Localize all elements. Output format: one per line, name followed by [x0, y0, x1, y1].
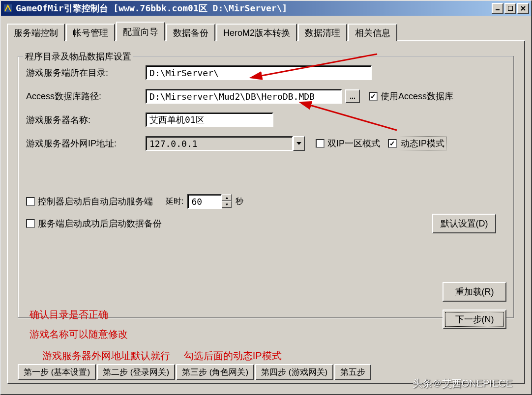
checkbox-use-access[interactable]: ✓ 使用Access数据库 [369, 90, 453, 102]
tab-config-wizard[interactable]: 配置向导 [116, 22, 165, 41]
check-icon: ✓ [369, 92, 378, 101]
client-area: 服务端控制 帐号管理 配置向导 数据备份 HeroM2版本转换 数据清理 相关信… [1, 16, 531, 394]
input-external-ip[interactable] [146, 136, 293, 151]
tab-data-cleanup[interactable]: 数据清理 [298, 24, 347, 41]
note-line-1: 确认目录是否正确 [30, 305, 128, 324]
row-external-ip: 游戏服务器外网IP地址: 双IP一区模式 ✓ 动态IP模式 [26, 136, 506, 151]
spinner-up-icon[interactable]: ▲ [222, 194, 232, 201]
spinner-down-icon[interactable]: ▼ [222, 201, 232, 208]
annotation-notes-2: 游戏服务器外网地址默认就行 勾选后面的动态IP模式 [42, 349, 282, 363]
titlebar: GameOfMir引擎控制台 [www.76bbk.com01区 D:\MirS… [1, 1, 531, 16]
delay-spinner[interactable]: ▲ ▼ [187, 194, 232, 209]
step-tab-3[interactable]: 第三步 (角色网关) [176, 364, 254, 380]
app-window: GameOfMir引擎控制台 [www.76bbk.com01区 D:\MirS… [0, 0, 532, 395]
step-tabstrip: 第一步 (基本设置) 第二步 (登录网关) 第三步 (角色网关) 第四步 (游戏… [18, 364, 514, 380]
tab-herom2-convert[interactable]: HeroM2版本转换 [216, 24, 297, 41]
window-title: GameOfMir引擎控制台 [www.76bbk.com01区 D:\MirS… [16, 2, 287, 14]
row-server-name: 游戏服务器名称: [26, 113, 506, 127]
checkbox-dyn-ip[interactable]: ✓ 动态IP模式 [388, 138, 445, 149]
checkbox-dual-ip[interactable]: 双IP一区模式 [316, 138, 380, 149]
label-server-name: 游戏服务器名称: [26, 114, 142, 126]
label-server-dir: 游戏服务端所在目录: [26, 67, 142, 79]
step-tab-5[interactable]: 第五步 [334, 364, 371, 380]
reload-button[interactable]: 重加载(R) [443, 282, 506, 302]
maximize-button[interactable] [504, 3, 516, 14]
label-external-ip: 游戏服务器外网IP地址: [26, 138, 142, 149]
fieldset-legend: 程序目录及物品数据库设置 [23, 51, 133, 62]
note-line-3a: 游戏服务器外网地址默认就行 [42, 350, 170, 361]
combo-external-ip[interactable] [146, 136, 305, 151]
spinner-buttons: ▲ ▼ [222, 194, 232, 209]
checkbox-dual-ip-label: 双IP一区模式 [327, 138, 380, 149]
checkbox-box [316, 139, 325, 148]
input-server-dir[interactable] [146, 65, 372, 80]
input-access-path[interactable] [146, 89, 342, 104]
checkbox-box [26, 197, 35, 206]
row-auto-start: 控制器启动后自动启动服务端 延时: ▲ ▼ 秒 [26, 194, 506, 209]
tab-related-info[interactable]: 相关信息 [348, 24, 397, 41]
step-tab-1[interactable]: 第一步 (基本设置) [18, 364, 96, 380]
main-tabstrip: 服务端控制 帐号管理 配置向导 数据备份 HeroM2版本转换 数据清理 相关信… [7, 22, 525, 40]
label-access-path: Access数据库路径: [26, 90, 142, 102]
titlebar-buttons [492, 3, 529, 14]
delay-suffix: 秒 [236, 197, 243, 207]
row-server-dir: 游戏服务端所在目录: [26, 65, 506, 80]
minimize-button[interactable] [492, 3, 503, 14]
program-dir-fieldset: 程序目录及物品数据库设置 游戏服务端所在目录: Access数据库路径: ... [18, 56, 514, 318]
spacer [26, 160, 506, 194]
default-settings-button[interactable]: 默认设置(D) [432, 214, 496, 233]
tab-server-control[interactable]: 服务端控制 [7, 24, 65, 41]
annotation-notes: 确认目录是否正确 游戏名称可以随意修改 [30, 305, 128, 344]
chevron-down-icon[interactable] [293, 136, 305, 151]
delay-label: 延时: [166, 197, 183, 207]
input-server-name[interactable] [146, 113, 273, 127]
checkbox-auto-backup[interactable]: 服务端启动成功后启动数据备份 [26, 218, 162, 229]
side-buttons: 重加载(R) 下一步(N) [443, 282, 506, 329]
default-settings-wrap: 默认设置(D) [432, 214, 496, 233]
svg-rect-2 [508, 6, 513, 11]
tab-data-backup[interactable]: 数据备份 [166, 24, 215, 41]
svg-rect-1 [496, 9, 500, 10]
app-icon [3, 3, 13, 13]
checkbox-use-access-label: 使用Access数据库 [381, 90, 453, 102]
checkbox-auto-start-label: 控制器启动后自动启动服务端 [38, 196, 153, 207]
checkbox-box [26, 219, 35, 228]
tab-account-manage[interactable]: 帐号管理 [66, 24, 115, 41]
config-wizard-panel: 程序目录及物品数据库设置 游戏服务端所在目录: Access数据库路径: ... [7, 40, 525, 384]
close-button[interactable] [517, 3, 529, 14]
input-delay[interactable] [187, 194, 222, 209]
step-tab-4[interactable]: 第四步 (游戏网关) [255, 364, 333, 380]
checkbox-dyn-ip-label: 动态IP模式 [400, 138, 445, 149]
next-step-button[interactable]: 下一步(N) [443, 310, 506, 329]
note-line-3b: 勾选后面的动态IP模式 [184, 350, 282, 361]
step-tab-2[interactable]: 第二步 (登录网关) [97, 364, 175, 380]
check-icon: ✓ [388, 139, 397, 148]
browse-button[interactable]: ... [345, 89, 360, 103]
row-access-path: Access数据库路径: ... ✓ 使用Access数据库 [26, 89, 506, 104]
checkbox-auto-start[interactable]: 控制器启动后自动启动服务端 [26, 196, 153, 207]
note-line-2: 游戏名称可以随意修改 [30, 324, 128, 344]
checkbox-auto-backup-label: 服务端启动成功后启动数据备份 [38, 218, 162, 229]
